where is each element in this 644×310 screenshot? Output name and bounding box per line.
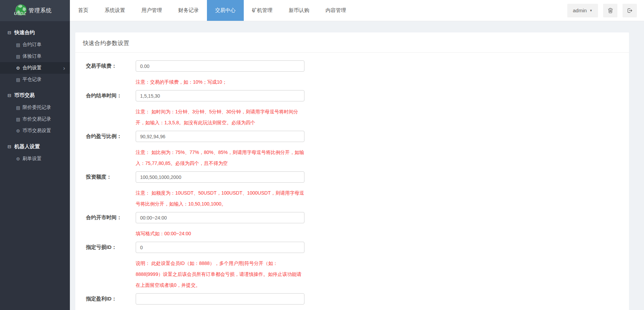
field-label-invest-amount: 投资额度：	[86, 174, 136, 180]
form-field-loss-id: 指定亏损ID：说明： 此处设置会员ID（如：8888），多个用户用|符号分开（如…	[86, 242, 629, 291]
logout-button[interactable]	[623, 4, 637, 17]
field-input-loss-id[interactable]	[136, 242, 304, 253]
nav-item-mining[interactable]: 矿机管理	[244, 0, 281, 21]
sidebar-item-contract-orders[interactable]: ▤合约订单	[0, 39, 70, 51]
form-field-fee: 交易手续费：注意：交易的手续费，如：10%；写成10；	[86, 60, 629, 87]
sidebar-item-brush-order-settings[interactable]: ⚙刷单设置	[0, 153, 70, 165]
field-label-loss-id: 指定亏损ID：	[86, 244, 136, 251]
field-input-invest-amount[interactable]	[136, 171, 304, 183]
sidebar-item-label: 体验订单	[23, 53, 42, 59]
field-input-profit-id[interactable]	[136, 293, 304, 305]
field-input-fee[interactable]	[136, 60, 304, 72]
field-note-fee: 注意：交易的手续费，如：10%；写成10；	[136, 76, 305, 87]
nav-item-content[interactable]: 内容管理	[317, 0, 354, 21]
sidebar-item-label: 币币交易设置	[23, 128, 51, 134]
sidebar-section-title: 快速合约	[14, 29, 35, 36]
sidebar-section-coin-trade: ⊟币币交易▤限价委托记录▤市价交易记录⚙币币交易设置	[0, 89, 70, 137]
logo: USDZ 管理系统	[0, 0, 70, 21]
list-icon: ▤	[16, 42, 23, 47]
field-note-profit-loss-ratio: 注意： 如比例为：75%、77%，80%、85%，则请用字母逗号将比例分开，如输…	[136, 147, 305, 169]
sidebar-item-label: 市价交易记录	[23, 116, 51, 122]
sidebar-item-label: 合约设置	[23, 65, 42, 71]
sidebar-section-quick-contract: ⊟快速合约▤合约订单▤体验订单⚙合约设置›▤平仓记录	[0, 26, 70, 85]
sidebar-item-label: 合约订单	[23, 42, 42, 48]
nav-item-home[interactable]: 首页	[70, 0, 96, 21]
sidebar-section-title: 币币交易	[14, 92, 35, 99]
nav-item-users[interactable]: 用户管理	[133, 0, 170, 21]
gear-icon: ⚙	[16, 156, 23, 161]
sidebar-item-contract-settings[interactable]: ⚙合约设置›	[0, 62, 70, 74]
sidebar-item-close-records[interactable]: ▤平仓记录	[0, 74, 70, 85]
sidebar-section-header-robot-settings[interactable]: ⊟机器人设置	[0, 140, 70, 153]
list-icon: ▤	[16, 105, 23, 110]
navbar: USDZ 管理系统 首页系统设置用户管理财务记录交易中心矿机管理新币认购内容管理…	[0, 0, 644, 21]
field-label-profit-id: 指定盈利ID：	[86, 296, 136, 302]
sidebar-item-trial-orders[interactable]: ▤体验订单	[0, 51, 70, 62]
admin-dropdown-button[interactable]: admin ▼	[567, 4, 598, 17]
gear-icon: ⚙	[16, 128, 23, 133]
field-label-market-open-time: 合约开市时间：	[86, 214, 136, 221]
collapse-icon: ⊟	[8, 93, 14, 98]
sidebar-item-coin-trade-settings[interactable]: ⚙币币交易设置	[0, 125, 70, 137]
settings-card: 快速合约参数设置 交易手续费：注意：交易的手续费，如：10%；写成10；合约结单…	[75, 32, 629, 310]
logout-icon	[627, 8, 632, 13]
sidebar-section-header-coin-trade[interactable]: ⊟币币交易	[0, 89, 70, 102]
field-note-loss-id: 说明： 此处设置会员ID（如：8888），多个用户用|符号分开（如：8888|9…	[136, 258, 305, 291]
clear-cache-button[interactable]	[603, 4, 617, 17]
field-label-fee: 交易手续费：	[86, 63, 136, 69]
sidebar-section-header-quick-contract[interactable]: ⊟快速合约	[0, 26, 70, 39]
logo-title: 管理系统	[29, 7, 52, 14]
card-header: 快速合约参数设置	[75, 32, 629, 53]
form-field-market-open-time: 合约开市时间：填写格式如：00:00~24:00	[86, 212, 629, 239]
field-input-market-open-time[interactable]	[136, 212, 304, 223]
quick-contract-form: 交易手续费：注意：交易的手续费，如：10%；写成10；合约结单时间：注意： 如时…	[75, 53, 629, 310]
field-note-market-open-time: 填写格式如：00:00~24:00	[136, 228, 305, 239]
admin-username: admin	[573, 8, 587, 13]
nav-item-trade[interactable]: 交易中心	[207, 0, 244, 21]
field-input-settle-time[interactable]	[136, 90, 304, 101]
form-field-profit-id: 指定盈利ID：说明： 此处设置会员ID（如：8888），多个用户用|符号分开（如…	[86, 293, 629, 310]
form-field-invest-amount: 投资额度：注意： 如额度为：10USDT、50USDT，100USDT、1000…	[86, 171, 629, 209]
nav-item-system[interactable]: 系统设置	[96, 0, 133, 21]
sidebar-section-robot-settings: ⊟机器人设置⚙刷单设置	[0, 140, 70, 165]
sidebar-item-label: 刷单设置	[23, 156, 42, 162]
field-note-invest-amount: 注意： 如额度为：10USDT、50USDT，100USDT、1000USDT，…	[136, 187, 305, 209]
field-input-profit-loss-ratio[interactable]	[136, 131, 304, 142]
list-icon: ▤	[16, 117, 23, 122]
trash-icon	[608, 8, 613, 13]
sidebar: ⊟快速合约▤合约订单▤体验订单⚙合约设置›▤平仓记录⊟币币交易▤限价委托记录▤市…	[0, 21, 70, 310]
navbar-right: admin ▼	[567, 0, 644, 21]
logo-globe-icon: USDZ	[14, 3, 28, 18]
sidebar-section-title: 机器人设置	[14, 143, 40, 150]
main-content: 快速合约参数设置 交易手续费：注意：交易的手续费，如：10%；写成10；合约结单…	[70, 21, 644, 310]
list-icon: ▤	[16, 54, 23, 59]
sidebar-item-label: 平仓记录	[23, 76, 42, 83]
field-note-settle-time: 注意： 如时间为：1分钟、3分钟、5分钟、30分钟，则请用字母逗号将时间分开，如…	[136, 106, 305, 128]
page-title: 快速合约参数设置	[83, 40, 129, 46]
gear-icon: ⚙	[16, 66, 23, 71]
nav-item-newcoin[interactable]: 新币认购	[281, 0, 317, 21]
caret-down-icon: ▼	[589, 9, 593, 12]
form-field-profit-loss-ratio: 合约盈亏比例：注意： 如比例为：75%、77%，80%、85%，则请用字母逗号将…	[86, 131, 629, 169]
collapse-icon: ⊟	[8, 144, 14, 149]
field-label-profit-loss-ratio: 合约盈亏比例：	[86, 133, 136, 140]
chevron-right-icon: ›	[63, 65, 65, 71]
logo-brand-text: USDZ	[14, 11, 26, 16]
sidebar-item-label: 限价委托记录	[23, 104, 51, 111]
field-label-settle-time: 合约结单时间：	[86, 93, 136, 99]
nav-item-finance[interactable]: 财务记录	[170, 0, 207, 21]
main-nav: 首页系统设置用户管理财务记录交易中心矿机管理新币认购内容管理	[70, 0, 354, 21]
collapse-icon: ⊟	[8, 30, 14, 35]
form-field-settle-time: 合约结单时间：注意： 如时间为：1分钟、3分钟、5分钟、30分钟，则请用字母逗号…	[86, 90, 629, 128]
sidebar-item-market-trade-records[interactable]: ▤市价交易记录	[0, 113, 70, 125]
list-icon: ▤	[16, 77, 23, 82]
sidebar-item-limit-order-records[interactable]: ▤限价委托记录	[0, 102, 70, 113]
